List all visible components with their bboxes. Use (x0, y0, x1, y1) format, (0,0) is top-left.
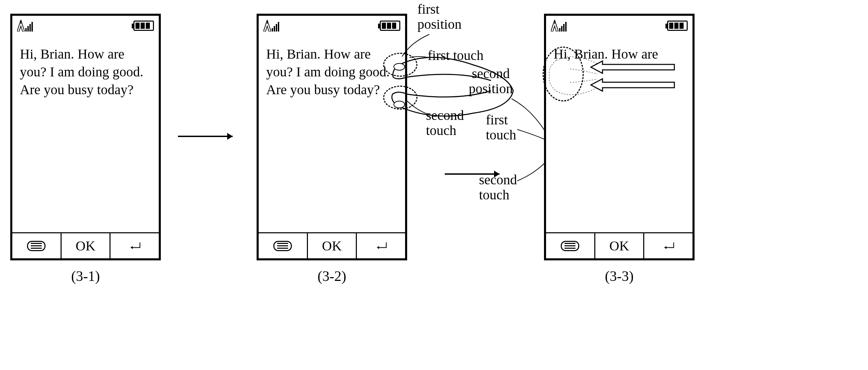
swipe-arrow-icon (589, 78, 678, 96)
enter-button[interactable] (356, 233, 405, 258)
battery-icon (380, 21, 400, 31)
phone-2: Hi, Brian. How are you? I am doing good.… (257, 14, 407, 260)
leader-line (517, 160, 547, 184)
flow-arrow-icon (174, 130, 243, 145)
phone-1-wrap: Hi, Brian. How are you? I am doing good.… (10, 14, 161, 260)
menu-button[interactable] (546, 233, 594, 258)
signal-icon (551, 20, 567, 32)
battery-icon (133, 21, 154, 31)
anno-first-position: first position (417, 2, 462, 32)
leader-line (409, 55, 429, 60)
enter-icon (127, 241, 143, 251)
ok-button[interactable]: OK (307, 233, 356, 258)
signal-icon (263, 20, 279, 32)
battery-icon (667, 21, 688, 31)
flow-gap-2: second position first touch second touch (411, 92, 541, 182)
flow-gap-1 (164, 130, 253, 145)
figure-label-1: (3-1) (71, 268, 100, 284)
message-content[interactable]: Hi, Brian. How are you? I am doing good.… (12, 36, 159, 232)
figure-label-2: (3-2) (318, 268, 346, 284)
status-bar (259, 16, 405, 36)
swipe-arrow-icon (589, 60, 678, 78)
bottom-bar: OK (12, 232, 159, 258)
enter-button[interactable] (109, 233, 159, 258)
menu-icon (27, 241, 46, 251)
enter-icon (661, 241, 676, 251)
menu-button[interactable] (259, 233, 307, 258)
phone-3: Hi, Brian. How are OK (544, 14, 695, 260)
figure-label-3: (3-3) (605, 268, 634, 284)
enter-icon (373, 241, 389, 251)
bottom-bar: OK (546, 232, 692, 258)
status-bar (12, 16, 159, 36)
status-bar (546, 16, 692, 36)
phone-2-wrap: Hi, Brian. How are you? I am doing good.… (257, 14, 407, 260)
anno-second-touch-b: second touch (479, 172, 517, 202)
signal-icon (17, 20, 33, 32)
menu-icon (561, 241, 579, 251)
menu-button[interactable] (12, 233, 61, 258)
bottom-bar: OK (259, 232, 405, 258)
anno-second-position: second position (469, 66, 513, 96)
phone-1: Hi, Brian. How are you? I am doing good.… (10, 14, 161, 260)
leader-line (517, 128, 547, 141)
message-content[interactable]: Hi, Brian. How are (546, 36, 692, 232)
message-content[interactable]: Hi, Brian. How are you? I am doing good.… (259, 36, 405, 232)
ok-button[interactable]: OK (594, 233, 644, 258)
ok-button[interactable]: OK (61, 233, 110, 258)
phone-3-wrap: Hi, Brian. How are OK (544, 14, 695, 260)
enter-button[interactable] (643, 233, 692, 258)
diagram-row: Hi, Brian. How are you? I am doing good.… (10, 14, 858, 260)
menu-icon (273, 241, 292, 251)
anno-first-touch: first touch (428, 48, 483, 63)
